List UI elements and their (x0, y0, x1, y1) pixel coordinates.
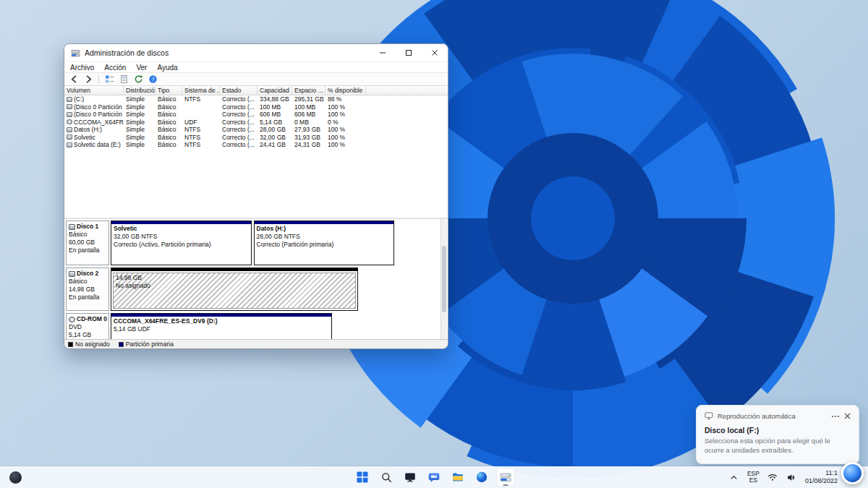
hidden-icons-button[interactable] (728, 469, 741, 485)
tray-time: 11:1 (805, 469, 838, 477)
table-cell: Correcto (... (220, 111, 258, 118)
properties-button[interactable] (118, 74, 129, 85)
table-row[interactable]: (Disco 0 Partición 1)SimpleBásicoCorrect… (64, 103, 448, 111)
table-cell: Básico (156, 119, 182, 126)
volume-icon (67, 134, 72, 140)
tray-date: 01/08/2022 (805, 477, 838, 485)
forward-button[interactable] (82, 74, 94, 85)
partition-size: 14,98 GB (116, 274, 353, 282)
toast-close-icon[interactable] (844, 413, 851, 419)
disk-management-taskbar-button[interactable] (496, 468, 515, 487)
disk-info[interactable]: Disco 1Básico60,00 GBEn pantalla (66, 221, 109, 265)
disk-rows: Disco 1Básico60,00 GBEn pantallaSolvetic… (66, 221, 439, 339)
language-secondary: ES (747, 477, 760, 484)
column-header[interactable]: Capacidad (258, 86, 292, 95)
windows-logo-icon (357, 471, 368, 483)
more-options-icon[interactable] (831, 415, 840, 418)
search-icon (381, 472, 392, 483)
disk-graph: Disco 1Básico60,00 GBEn pantallaSolvetic… (64, 219, 448, 339)
network-button[interactable] (766, 469, 779, 485)
table-cell: 100 MB (258, 103, 292, 111)
legend-swatch (68, 342, 73, 347)
table-row[interactable]: (Disco 0 Partición 5)SimpleBásicoCorrect… (64, 111, 448, 119)
svg-text:?: ? (151, 76, 154, 82)
table-row[interactable]: CCCOMA_X64FRE...SimpleBásicoUDFCorrecto … (64, 119, 448, 127)
file-explorer-icon (452, 472, 464, 482)
table-cell: 100 % (326, 103, 366, 111)
table-row[interactable]: (C:)SimpleBásicoNTFSCorrecto (...334,88 … (64, 95, 448, 103)
disk-info[interactable]: Disco 2Básico14,98 GBEn pantalla (66, 267, 109, 311)
edge-button[interactable] (472, 468, 491, 487)
help-button[interactable]: ? (147, 74, 158, 85)
back-icon (69, 74, 79, 84)
partition-unallocated[interactable]: 14,98 GBNo asignado (111, 267, 358, 311)
table-cell: (Disco 0 Partición 1) (64, 103, 124, 111)
table-cell: Solvetic data (E:) (64, 141, 124, 148)
chat-button[interactable] (425, 468, 443, 487)
menu-bar: ArchivoAcciónVerAyuda (64, 61, 448, 73)
column-header[interactable]: Estado (220, 86, 258, 95)
help-icon: ? (148, 74, 158, 84)
column-header[interactable]: Tipo (156, 86, 182, 95)
language-switcher[interactable]: ESP ES (747, 471, 760, 484)
autoplay-toast[interactable]: Reproducción automática Disco local (F:)… (696, 405, 859, 464)
column-header[interactable]: Espacio ... (292, 86, 326, 95)
menu-item[interactable]: Ayuda (157, 64, 177, 72)
volume-icon (67, 127, 72, 132)
table-row[interactable]: Solvetic data (E:)SimpleBásicoNTFSCorrec… (64, 141, 448, 149)
table-cell: Simple (124, 134, 156, 141)
clock[interactable]: 11:1 01/08/2022 (805, 469, 838, 485)
file-explorer-button[interactable] (448, 468, 467, 487)
partition[interactable]: Solvetic32,00 GB NTFSCorrecto (Activo, P… (111, 221, 252, 265)
column-header-filler (366, 86, 448, 95)
scrollbar-thumb[interactable] (442, 246, 446, 313)
partition[interactable]: CCCOMA_X64FRE_ES-ES_DV9 (D:)5,14 GB UDF (111, 313, 332, 339)
column-header[interactable]: Volumen (64, 86, 124, 95)
disk-name: CD-ROM 0 (77, 315, 107, 323)
volume-button[interactable] (786, 469, 799, 485)
partition-status: Correcto (Activo, Partición primaria) (114, 241, 249, 249)
widgets-button[interactable] (6, 468, 25, 487)
column-header[interactable]: Sistema de ... (182, 86, 220, 95)
minimize-button[interactable] (370, 44, 396, 61)
menu-item[interactable]: Acción (104, 64, 126, 72)
close-button[interactable] (422, 44, 448, 61)
table-cell: 31,93 GB (292, 134, 326, 141)
maximize-icon (405, 49, 412, 56)
column-header[interactable]: Distribución (124, 86, 156, 95)
disk-info-line: En pantalla (69, 247, 106, 254)
properties-icon (119, 74, 129, 84)
window-title: Administración de discos (85, 48, 365, 57)
titlebar[interactable]: Administración de discos (64, 44, 448, 61)
table-cell: 5,14 GB (258, 119, 292, 126)
console-tree-button[interactable] (103, 74, 115, 85)
table-cell: Básico (156, 141, 182, 148)
cd-drive-icon (69, 317, 75, 322)
menu-item[interactable]: Ver (136, 64, 147, 72)
disk-drive-icon (69, 271, 75, 277)
disk-management-window: Administración de discos ArchivoAcciónVe… (64, 43, 448, 349)
table-cell: 100 % (326, 141, 366, 148)
forward-icon (84, 74, 93, 84)
vertical-scrollbar[interactable] (441, 219, 447, 339)
start-button[interactable] (353, 468, 372, 487)
partition[interactable]: Datos (H:)28,00 GB NTFSCorrecto (Partici… (254, 221, 395, 265)
partition-size: 5,14 GB UDF (114, 325, 329, 333)
table-cell: Correcto (... (220, 141, 258, 148)
search-button[interactable] (377, 468, 396, 487)
speaker-icon (787, 473, 796, 482)
disk-info[interactable]: CD-ROM 0DVD5,14 GB (66, 313, 109, 339)
desktop-app-button[interactable] (401, 468, 420, 487)
maximize-button[interactable] (396, 44, 422, 61)
notification-orb[interactable] (841, 462, 864, 484)
partition-status: Correcto (Partición primaria) (257, 241, 392, 249)
column-header[interactable]: % disponible (326, 86, 366, 95)
refresh-button[interactable] (132, 74, 144, 85)
table-row[interactable]: SolveticSimpleBásicoNTFSCorrecto (...32,… (64, 134, 448, 142)
menu-item[interactable]: Archivo (70, 64, 94, 72)
table-cell: Simple (124, 95, 156, 103)
legend-item: Partición primaria (119, 341, 174, 348)
disk-info-line: DVD (69, 323, 106, 331)
table-row[interactable]: Datos (H:)SimpleBásicoNTFSCorrecto (...2… (64, 126, 448, 134)
back-button[interactable] (68, 74, 80, 85)
